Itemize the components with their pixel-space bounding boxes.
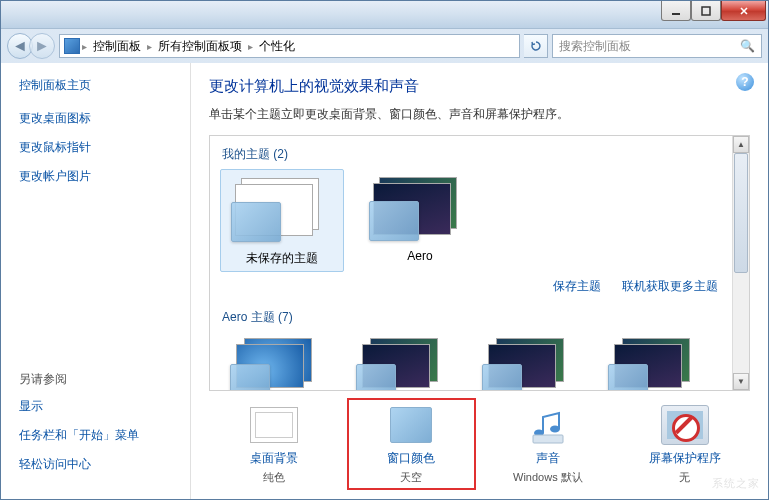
themes-pane: 我的主题 (2) 未保存的主题 Aero bbox=[209, 135, 750, 391]
crumb-all-items[interactable]: 所有控制面板项 bbox=[154, 36, 246, 57]
window-color-icon bbox=[390, 407, 432, 443]
nav-forward-button[interactable]: ► bbox=[29, 33, 55, 59]
sidebar-link-account-picture[interactable]: 更改帐户图片 bbox=[19, 168, 172, 185]
aero-theme-1[interactable] bbox=[220, 332, 332, 390]
see-also-label: 另请参阅 bbox=[19, 371, 172, 388]
minimize-button[interactable] bbox=[661, 1, 691, 21]
maximize-button[interactable] bbox=[691, 1, 721, 21]
nav-bar: ◄ ► ▸ 控制面板 ▸ 所有控制面板项 ▸ 个性化 搜索控制面板 🔍 bbox=[1, 29, 768, 63]
theme-aero[interactable]: Aero bbox=[358, 169, 482, 272]
aero-theme-4[interactable] bbox=[598, 332, 710, 390]
group-my-themes: 我的主题 (2) bbox=[222, 146, 722, 163]
screen-saver-icon bbox=[661, 405, 709, 445]
search-placeholder: 搜索控制面板 bbox=[559, 38, 631, 55]
aero-theme-2[interactable] bbox=[346, 332, 458, 390]
control-panel-icon bbox=[64, 38, 80, 54]
search-icon: 🔍 bbox=[740, 39, 755, 53]
see-also-taskbar[interactable]: 任务栏和「开始」菜单 bbox=[19, 427, 172, 444]
see-also-display[interactable]: 显示 bbox=[19, 398, 172, 415]
desktop-background-icon bbox=[250, 407, 298, 443]
themes-scrollbar[interactable]: ▲ ▼ bbox=[732, 136, 749, 390]
control-panel-home-link[interactable]: 控制面板主页 bbox=[19, 77, 172, 94]
svg-rect-1 bbox=[702, 7, 710, 15]
scroll-down-button[interactable]: ▼ bbox=[733, 373, 749, 390]
svg-rect-0 bbox=[672, 13, 680, 15]
get-more-themes-link[interactable]: 联机获取更多主题 bbox=[622, 279, 718, 293]
option-window-color[interactable]: 窗口颜色 天空 bbox=[348, 399, 475, 489]
content-area: ? 更改计算机上的视觉效果和声音 单击某个主题立即更改桌面背景、窗口颜色、声音和… bbox=[191, 63, 768, 499]
scroll-thumb[interactable] bbox=[734, 153, 748, 273]
save-theme-link[interactable]: 保存主题 bbox=[553, 279, 601, 293]
crumb-personalization[interactable]: 个性化 bbox=[255, 36, 299, 57]
refresh-button[interactable] bbox=[524, 34, 548, 58]
sidebar-link-mouse-pointers[interactable]: 更改鼠标指针 bbox=[19, 139, 172, 156]
page-subtext: 单击某个主题立即更改桌面背景、窗口颜色、声音和屏幕保护程序。 bbox=[209, 106, 750, 123]
address-bar[interactable]: ▸ 控制面板 ▸ 所有控制面板项 ▸ 个性化 bbox=[59, 34, 520, 58]
aero-theme-3[interactable] bbox=[472, 332, 584, 390]
sidebar-link-desktop-icons[interactable]: 更改桌面图标 bbox=[19, 110, 172, 127]
scroll-up-button[interactable]: ▲ bbox=[733, 136, 749, 153]
watermark: 系统之家 bbox=[712, 476, 760, 491]
sounds-icon bbox=[520, 403, 576, 447]
theme-label: Aero bbox=[407, 249, 432, 263]
theme-unsaved[interactable]: 未保存的主题 bbox=[220, 169, 344, 272]
search-input[interactable]: 搜索控制面板 🔍 bbox=[552, 34, 762, 58]
see-also-ease-of-access[interactable]: 轻松访问中心 bbox=[19, 456, 172, 473]
theme-label: 未保存的主题 bbox=[246, 250, 318, 267]
title-bar bbox=[1, 1, 768, 29]
page-title: 更改计算机上的视觉效果和声音 bbox=[209, 77, 750, 96]
svg-rect-4 bbox=[533, 435, 563, 443]
sidebar: 控制面板主页 更改桌面图标 更改鼠标指针 更改帐户图片 另请参阅 显示 任务栏和… bbox=[1, 63, 191, 499]
bottom-options: 桌面背景 纯色 窗口颜色 天空 声音 Windows 默认 bbox=[209, 391, 750, 489]
personalization-window: ◄ ► ▸ 控制面板 ▸ 所有控制面板项 ▸ 个性化 搜索控制面板 🔍 控制面板… bbox=[0, 0, 769, 500]
option-sounds[interactable]: 声音 Windows 默认 bbox=[485, 399, 612, 489]
option-desktop-background[interactable]: 桌面背景 纯色 bbox=[211, 399, 338, 489]
crumb-control-panel[interactable]: 控制面板 bbox=[89, 36, 145, 57]
group-aero-themes: Aero 主题 (7) bbox=[222, 309, 722, 326]
help-icon[interactable]: ? bbox=[736, 73, 754, 91]
close-button[interactable] bbox=[721, 1, 766, 21]
